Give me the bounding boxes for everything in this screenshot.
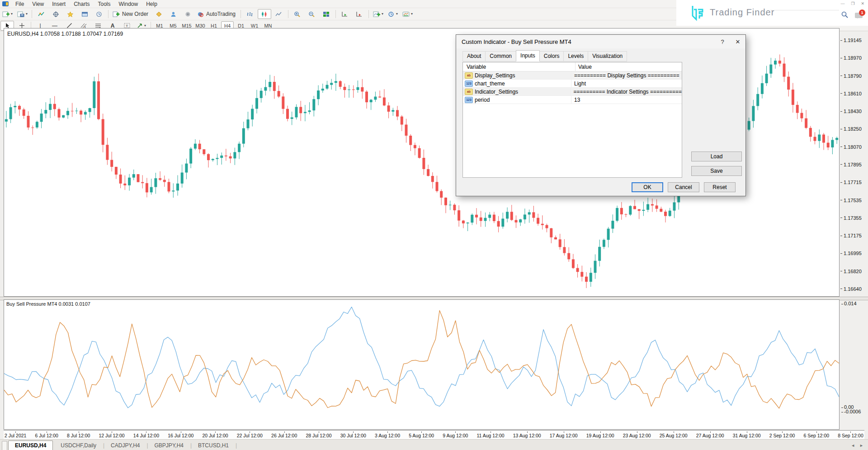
auto-scroll-button[interactable] [338,9,352,19]
chart-tab[interactable]: USDCHF,Daily [54,441,103,450]
time-axis[interactable]: 2 Jul 20216 Jul 12:008 Jul 12:0012 Jul 1… [4,430,864,439]
minimize-button[interactable]: — [840,1,844,6]
line-chart-mode-button[interactable] [272,9,286,19]
save-button[interactable]: Save [691,166,742,176]
autotrading-button[interactable]: AutoTrading [195,9,238,19]
metaeditor-button[interactable] [152,9,165,19]
table-row[interactable]: ab Indicator_Settings ========== Indicat… [463,88,682,96]
variable-type-icon: ab [465,89,473,95]
menu-item[interactable]: Help [142,0,161,8]
inputs-table-header: Variable Value [463,62,682,71]
close-button[interactable]: ✕ [861,1,864,6]
templates-button[interactable]: ▾ [401,9,415,19]
zoom-out-button[interactable] [305,9,319,19]
inputs-table[interactable]: Variable Value ab Display_Settings =====… [462,62,682,178]
data-window-button[interactable] [49,9,62,19]
dialog-title-bar[interactable]: Custom Indicator - Buy Sell Pressure MT4… [456,35,745,48]
signals-button[interactable] [181,9,194,19]
chart-tab[interactable]: EURUSD,H4 [8,441,53,450]
chevron-down-icon: ▾ [144,24,146,28]
load-button[interactable]: Load [691,152,742,161]
variable-type-icon: 123 [465,81,473,87]
menu-item[interactable]: Tools [94,0,115,8]
time-axis-label: 14 Jul 12:00 [133,432,159,438]
dialog-tab[interactable]: Inputs [516,50,540,62]
candlestick-chart-mode-button[interactable] [258,9,271,19]
table-row[interactable]: 123 chart_theme Light [463,80,682,88]
price-axis-label: 1.16995 [840,251,868,256]
indicator-panel[interactable]: Buy Sell Pressure MT4 0.0031 0.0107 [4,299,840,430]
terminal-button[interactable] [78,9,91,19]
text-icon: A [111,23,115,28]
cancel-button[interactable]: Cancel [668,182,699,192]
price-axis-label: 1.18790 [840,73,868,79]
time-axis-label: 31 Aug 12:00 [733,432,761,438]
time-axis-label: 17 Aug 12:00 [550,432,578,438]
time-axis-label: 26 Jul 12:00 [271,432,297,438]
price-axis-label: 1.17895 [840,162,868,167]
chart-tab[interactable]: GBPJPY,H4 [148,441,190,450]
dialog-tab[interactable]: Colors [539,51,564,62]
indicator-series [4,300,839,429]
price-axis[interactable]: 1.191451.189701.187901.186101.184301.182… [840,38,868,292]
table-row[interactable]: 123 period 13 [463,96,682,104]
menu-item[interactable]: Charts [70,0,94,8]
tab-scroll-right-icon[interactable]: ► [859,443,863,448]
variable-value[interactable]: 13 [571,97,580,103]
community-button[interactable] [166,9,180,19]
profiles-button[interactable]: ▾ [15,9,29,19]
indicators-icon [373,11,380,17]
menu-item[interactable]: Window [115,0,142,8]
new-order-button[interactable]: New Order [111,9,151,19]
time-axis-label: 11 Aug 12:00 [476,432,504,438]
market-watch-button[interactable] [34,9,48,19]
bar-chart-mode-button[interactable] [243,9,257,19]
variable-value[interactable]: Light [571,81,586,87]
zoom-in-button[interactable] [291,9,304,19]
chart-shift-button[interactable] [353,9,366,19]
time-axis-label: 9 Aug 12:00 [443,432,468,438]
price-axis-label: 1.18070 [840,144,868,150]
table-row[interactable]: ab Display_Settings ========== Display S… [463,71,682,80]
trading-finder-logo-icon [689,4,706,21]
new-chart-icon [2,11,9,17]
price-axis-label: 1.16640 [840,286,868,292]
menu-item[interactable]: View [28,0,48,8]
brand-area: — ❐ ✕ Trading Finder 1 [676,0,868,26]
tile-windows-icon [323,11,330,17]
strategy-tester-button[interactable] [92,9,106,19]
dialog-tab[interactable]: About [462,51,486,62]
notification-badge[interactable]: 1 [859,9,865,16]
dialog-help-button[interactable]: ? [715,35,730,48]
dialog-tab[interactable]: Common [485,51,516,62]
reset-button[interactable]: Reset [704,182,736,192]
time-axis-label: 30 Jul 12:00 [340,432,366,438]
chart-tab[interactable]: CADJPY,H4 [104,441,146,450]
periods-clock-icon [388,11,395,17]
new-chart-button[interactable]: ▾ [0,9,14,19]
ok-button[interactable]: OK [632,182,663,192]
dialog-tab[interactable]: Visualization [588,51,627,62]
navigator-button[interactable] [63,9,77,19]
time-axis-label: 6 Jul 12:00 [35,432,58,438]
terminal-icon [81,11,88,17]
dialog-tab[interactable]: Levels [563,51,588,62]
search-icon[interactable] [841,11,848,18]
menu-item[interactable]: File [11,0,28,8]
menu-item[interactable]: Insert [48,0,70,8]
chart-tab[interactable]: BTCUSD,H1 [191,441,236,450]
periods-button[interactable]: ▾ [386,9,400,19]
indicators-button[interactable]: ▾ [371,9,385,19]
toolbar-separator [335,10,336,18]
variable-type-icon: 123 [465,97,473,103]
tile-windows-button[interactable] [320,9,333,19]
window-controls: — ❐ ✕ [840,1,864,6]
variable-type-icon: ab [465,72,473,79]
variable-value[interactable]: ========== Display Settings ========== [571,72,679,79]
variable-value[interactable]: ========== Indicator Settings ========== [571,89,682,95]
time-axis-label: 19 Aug 12:00 [586,432,614,438]
dialog-close-button[interactable]: ✕ [730,35,745,48]
time-axis-label: 6 Sep 12:00 [803,432,829,438]
tab-scroll-left-icon[interactable]: ◄ [851,443,855,448]
restore-button[interactable]: ❐ [851,1,854,6]
